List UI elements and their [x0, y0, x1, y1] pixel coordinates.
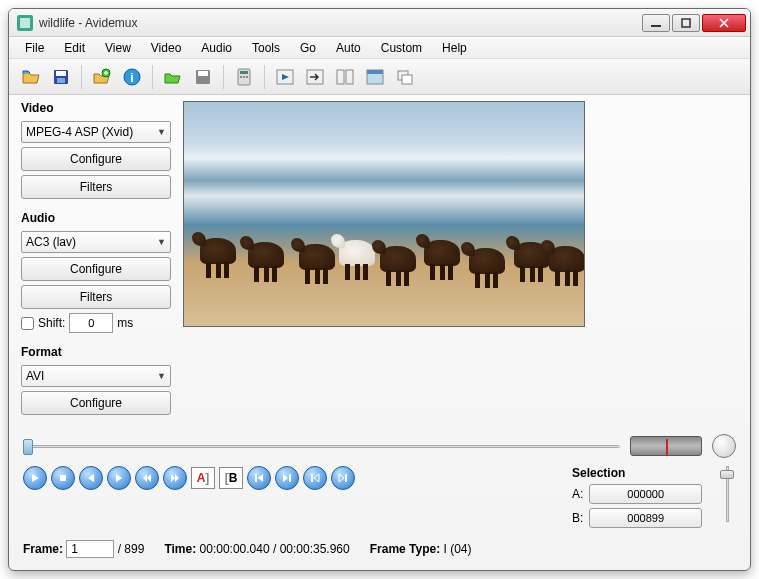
selection-b-label: B:	[572, 511, 583, 525]
toolbar-separator	[81, 65, 82, 89]
next-frame-button[interactable]	[107, 466, 131, 490]
display-separate-icon[interactable]	[391, 63, 419, 91]
last-frame-button[interactable]	[331, 466, 355, 490]
prev-keyframe-button[interactable]	[135, 466, 159, 490]
video-configure-button[interactable]: Configure	[21, 147, 171, 171]
timeline-row	[23, 434, 736, 458]
audio-filters-button[interactable]: Filters	[21, 285, 171, 309]
svg-text:i: i	[130, 71, 133, 85]
video-codec-value: MPEG-4 ASP (Xvid)	[26, 125, 133, 139]
svg-rect-19	[337, 70, 344, 84]
time-label: Time:	[164, 542, 196, 556]
format-section-label: Format	[21, 345, 171, 359]
display-side-icon[interactable]	[361, 63, 389, 91]
save-script-icon[interactable]	[189, 63, 217, 91]
menu-view[interactable]: View	[97, 39, 139, 57]
selection-label: Selection	[572, 466, 702, 480]
preview-area	[183, 101, 738, 422]
svg-rect-22	[367, 70, 383, 74]
prev-frame-button[interactable]	[79, 466, 103, 490]
svg-rect-2	[651, 25, 661, 27]
video-codec-select[interactable]: MPEG-4 ASP (Xvid)▼	[21, 121, 171, 143]
menu-edit[interactable]: Edit	[56, 39, 93, 57]
maximize-button[interactable]	[672, 14, 700, 32]
menu-file[interactable]: File	[17, 39, 52, 57]
play-button[interactable]	[23, 466, 47, 490]
svg-rect-24	[402, 75, 412, 84]
volume-slider[interactable]	[718, 466, 736, 522]
next-keyframe-button[interactable]	[163, 466, 187, 490]
save-icon[interactable]	[47, 63, 75, 91]
first-frame-button[interactable]	[303, 466, 327, 490]
audio-configure-button[interactable]: Configure	[21, 257, 171, 281]
next-black-button[interactable]	[275, 466, 299, 490]
svg-rect-20	[346, 70, 353, 84]
controls-row: A] [B Selection A: 000000 B: 000899	[23, 466, 736, 532]
bottom-panel: A] [B Selection A: 000000 B: 000899	[9, 428, 750, 570]
playback-controls: A] [B	[23, 466, 355, 490]
video-filters-button[interactable]: Filters	[21, 175, 171, 199]
info-icon[interactable]: i	[118, 63, 146, 91]
sidebar: Video MPEG-4 ASP (Xvid)▼ Configure Filte…	[21, 101, 171, 422]
selection-panel: Selection A: 000000 B: 000899	[572, 466, 702, 532]
append-icon[interactable]	[88, 63, 116, 91]
svg-rect-16	[246, 76, 248, 78]
set-marker-b-button[interactable]: [B	[219, 467, 243, 489]
prev-black-button[interactable]	[247, 466, 271, 490]
set-marker-a-button[interactable]: A]	[191, 467, 215, 489]
menu-custom[interactable]: Custom	[373, 39, 430, 57]
app-icon	[17, 15, 33, 31]
info-bar: Frame: / 899 Time: 00:00:00.040 / 00:00:…	[23, 540, 736, 558]
audio-section-label: Audio	[21, 211, 171, 225]
toolbar-separator	[223, 65, 224, 89]
menu-go[interactable]: Go	[292, 39, 324, 57]
svg-rect-27	[289, 474, 291, 482]
toolbar-separator	[264, 65, 265, 89]
shift-label: Shift:	[38, 316, 65, 330]
jog-wheel[interactable]	[630, 436, 702, 456]
titlebar[interactable]: wildlife - Avidemux	[9, 9, 750, 37]
format-configure-button[interactable]: Configure	[21, 391, 171, 415]
menu-tools[interactable]: Tools	[244, 39, 288, 57]
shift-checkbox[interactable]	[21, 317, 34, 330]
load-script-icon[interactable]	[159, 63, 187, 91]
frame-label: Frame:	[23, 542, 63, 556]
svg-rect-14	[240, 76, 242, 78]
svg-rect-5	[56, 71, 66, 76]
video-section-label: Video	[21, 101, 171, 115]
frame-input[interactable]	[66, 540, 114, 558]
selection-a-value[interactable]: 000000	[589, 484, 702, 504]
shift-value-input[interactable]	[69, 313, 113, 333]
menu-audio[interactable]: Audio	[193, 39, 240, 57]
display-input-icon[interactable]	[301, 63, 329, 91]
open-icon[interactable]	[17, 63, 45, 91]
menu-help[interactable]: Help	[434, 39, 475, 57]
time-total: / 00:00:35.960	[273, 542, 350, 556]
chevron-down-icon: ▼	[157, 237, 166, 247]
minimize-button[interactable]	[642, 14, 670, 32]
scrub-dial[interactable]	[712, 434, 736, 458]
selection-a-label: A:	[572, 487, 583, 501]
calculator-icon[interactable]	[230, 63, 258, 91]
display-output-icon[interactable]	[331, 63, 359, 91]
stop-button[interactable]	[51, 466, 75, 490]
chevron-down-icon: ▼	[157, 371, 166, 381]
menu-video[interactable]: Video	[143, 39, 189, 57]
selection-b-value[interactable]: 000899	[589, 508, 702, 528]
svg-rect-26	[255, 474, 257, 482]
menubar: File Edit View Video Audio Tools Go Auto…	[9, 37, 750, 59]
svg-rect-11	[198, 71, 208, 76]
frame-total: / 899	[118, 542, 145, 556]
play-output-icon[interactable]	[271, 63, 299, 91]
audio-codec-value: AC3 (lav)	[26, 235, 76, 249]
timeline-slider[interactable]	[23, 437, 620, 455]
format-select[interactable]: AVI▼	[21, 365, 171, 387]
audio-codec-select[interactable]: AC3 (lav)▼	[21, 231, 171, 253]
close-button[interactable]	[702, 14, 746, 32]
svg-rect-6	[57, 78, 65, 83]
svg-rect-29	[345, 474, 347, 482]
svg-rect-13	[240, 71, 248, 74]
app-window: wildlife - Avidemux File Edit View Video…	[8, 8, 751, 571]
menu-auto[interactable]: Auto	[328, 39, 369, 57]
window-title: wildlife - Avidemux	[39, 16, 640, 30]
